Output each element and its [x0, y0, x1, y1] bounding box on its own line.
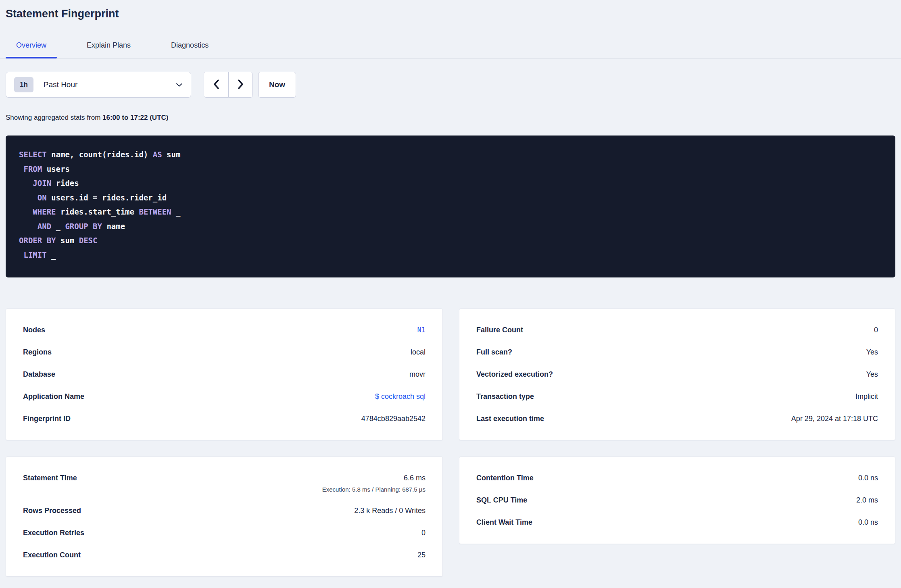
database-value: movr [409, 370, 425, 379]
transaction-type-row: Transaction type Implicit [476, 386, 878, 408]
statement-time-breakdown: Execution: 5.8 ms / Planning: 687.5 µs [322, 486, 425, 493]
time-picker: 1h Past Hour Now [6, 72, 895, 98]
row-label: Statement Time [23, 473, 77, 483]
row-label: Rows Processed [23, 506, 81, 515]
tab-diagnostics[interactable]: Diagnostics [161, 35, 219, 58]
client-wait-time-value: 0.0 ns [858, 518, 878, 527]
row-label: Last execution time [476, 414, 544, 423]
row-label: Application Name [23, 392, 84, 401]
full-scan-row: Full scan? Yes [476, 341, 878, 363]
sql-statement-box: SELECT name, count(rides.id) AS sum FROM… [6, 136, 895, 277]
stats-card-left: Statement Time 6.6 ms Execution: 5.8 ms … [6, 457, 443, 577]
regions-row: Regions local [23, 341, 425, 363]
contention-time-value: 0.0 ns [858, 473, 878, 483]
row-label: Client Wait Time [476, 518, 532, 527]
rows-processed-row: Rows Processed 2.3 k Reads / 0 Writes [23, 500, 425, 522]
tab-overview[interactable]: Overview [6, 35, 57, 58]
statement-time-value: 6.6 ms [404, 473, 425, 483]
overview-card-right: Failure Count 0 Full scan? Yes Vectorize… [459, 309, 895, 440]
vectorized-execution-row: Vectorized execution? Yes [476, 363, 878, 386]
row-label: Execution Count [23, 550, 81, 560]
nodes-link[interactable]: N1 [417, 325, 425, 335]
last-execution-time-row: Last execution time Apr 29, 2024 at 17:1… [476, 408, 878, 430]
application-name-row: Application Name $ cockroach sql [23, 386, 425, 408]
application-name-link[interactable]: $ cockroach sql [375, 392, 425, 401]
transaction-type-value: Implicit [855, 392, 878, 401]
chevron-right-icon [238, 79, 244, 91]
page-title: Statement Fingerprint [6, 6, 895, 21]
row-label: Full scan? [476, 348, 512, 357]
tab-explain-plans[interactable]: Explain Plans [76, 35, 141, 58]
row-label: Nodes [23, 325, 45, 335]
database-row: Database movr [23, 363, 425, 386]
fingerprint-id-value: 4784cb829aab2542 [361, 414, 425, 423]
contention-time-row: Contention Time 0.0 ns [476, 467, 878, 489]
failure-count-row: Failure Count 0 [476, 319, 878, 341]
time-range-label: Past Hour [44, 80, 77, 89]
chevron-left-icon [213, 79, 219, 91]
row-label: Failure Count [476, 325, 523, 335]
execution-retries-value: 0 [421, 528, 425, 538]
client-wait-time-row: Client Wait Time 0.0 ns [476, 511, 878, 534]
failure-count-value: 0 [874, 325, 878, 335]
time-range-badge: 1h [14, 77, 33, 92]
sql-cpu-time-row: SQL CPU Time 2.0 ms [476, 489, 878, 511]
next-range-button[interactable] [228, 72, 252, 97]
statement-time-row: Statement Time 6.6 ms Execution: 5.8 ms … [23, 467, 425, 500]
regions-value: local [411, 348, 425, 357]
time-range-arrows [204, 72, 253, 98]
overview-card-left: Nodes N1 Regions local Database movr App… [6, 309, 443, 440]
row-label: Fingerprint ID [23, 414, 71, 423]
execution-count-value: 25 [417, 550, 425, 560]
row-label: Execution Retries [23, 528, 84, 538]
execution-retries-row: Execution Retries 0 [23, 522, 425, 544]
sql-code: SELECT name, count(rides.id) AS sum FROM… [19, 148, 882, 262]
chevron-down-icon [176, 83, 183, 87]
tab-bar: Overview Explain Plans Diagnostics [0, 35, 901, 58]
row-label: Contention Time [476, 473, 534, 483]
row-label: SQL CPU Time [476, 496, 527, 505]
sql-cpu-time-value: 2.0 ms [856, 496, 878, 505]
fingerprint-id-row: Fingerprint ID 4784cb829aab2542 [23, 408, 425, 430]
row-label: Database [23, 370, 55, 379]
full-scan-value: Yes [866, 348, 878, 357]
last-execution-time-value: Apr 29, 2024 at 17:18 UTC [791, 414, 878, 423]
nodes-row: Nodes N1 [23, 319, 425, 341]
row-label: Transaction type [476, 392, 534, 401]
row-label: Vectorized execution? [476, 370, 553, 379]
time-range-dropdown[interactable]: 1h Past Hour [6, 72, 191, 98]
aggregated-stats-caption: Showing aggregated stats from 16:00 to 1… [6, 114, 895, 122]
vectorized-execution-value: Yes [866, 370, 878, 379]
previous-range-button[interactable] [204, 72, 228, 97]
stats-card-right: Contention Time 0.0 ns SQL CPU Time 2.0 … [459, 457, 895, 544]
row-label: Regions [23, 348, 52, 357]
caption-prefix: Showing aggregated stats from [6, 114, 102, 121]
now-button[interactable]: Now [258, 72, 296, 98]
caption-range: 16:00 to 17:22 (UTC) [102, 114, 168, 121]
rows-processed-value: 2.3 k Reads / 0 Writes [354, 506, 425, 515]
execution-count-row: Execution Count 25 [23, 544, 425, 566]
